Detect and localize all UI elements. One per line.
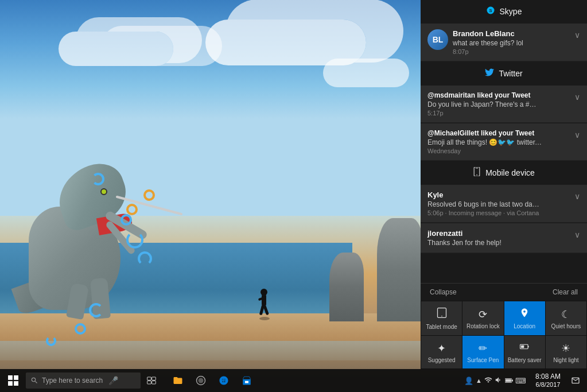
location-icon — [519, 308, 530, 321]
mobile-2-chevron-icon[interactable]: ∨ — [574, 230, 580, 239]
twitter-notification-1[interactable]: @msdmairitan liked your Tweet Do you liv… — [421, 86, 587, 123]
svg-point-4 — [441, 316, 442, 317]
collapse-button[interactable]: Collapse — [427, 287, 459, 297]
location-label: Location — [514, 323, 535, 330]
mobile-1-chevron-icon[interactable]: ∨ — [574, 192, 580, 201]
store-button[interactable] — [236, 369, 258, 392]
suggested-label: Suggested — [428, 357, 456, 364]
twitter-section-header: Twitter — [421, 62, 587, 85]
microphone-icon[interactable]: 🎤 — [108, 376, 118, 385]
edge-button[interactable]: e — [213, 369, 235, 392]
svg-rect-13 — [152, 377, 156, 380]
clear-all-button[interactable]: Clear all — [550, 287, 580, 297]
people-icon[interactable]: 👤 — [464, 377, 473, 385]
swirl-effect — [138, 251, 152, 266]
chain-hook — [143, 189, 155, 201]
twitter-2-sender: @MichaelGillett liked your Tweet — [427, 129, 570, 137]
swirl-effect — [126, 231, 143, 249]
task-view-button[interactable] — [141, 369, 162, 392]
svg-rect-23 — [506, 379, 511, 382]
svg-text:e: e — [222, 377, 225, 383]
surface-pen-button[interactable]: ✏ Surface Pen — [462, 336, 503, 368]
mobile-icon — [473, 167, 481, 178]
quick-actions-grid: Tablet mode ⟳ Rotation lock Location ☾ Q… — [421, 301, 587, 369]
start-button[interactable] — [0, 369, 26, 392]
keyboard-icon[interactable]: ⌨ — [515, 377, 526, 385]
mobile-notification-2[interactable]: jlorenzatti Thanks Jen for the help! ∨ — [421, 223, 587, 253]
rotation-lock-button[interactable]: ⟳ Rotation lock — [462, 301, 503, 335]
surface-pen-label: Surface Pen — [467, 357, 499, 364]
show-hidden-icons-button[interactable]: ▲ — [476, 377, 482, 384]
mobile-notif-2-content: jlorenzatti Thanks Jen for the help! — [427, 229, 570, 247]
svg-rect-20 — [245, 381, 248, 383]
suggested-button[interactable]: ✦ Suggested — [421, 336, 462, 368]
cloud — [323, 59, 409, 87]
svg-rect-6 — [528, 346, 529, 348]
twitter-2-time: Wednesday — [427, 148, 570, 154]
skype-notification[interactable]: BL Brandon LeBlanc what are these gifs? … — [421, 24, 587, 61]
twitter-notif-1-content: @msdmairitan liked your Tweet Do you liv… — [427, 91, 570, 117]
runner-leg — [263, 305, 269, 316]
notification-panel: Skype BL Brandon LeBlanc what are these … — [421, 0, 587, 369]
rock-formation — [329, 253, 364, 321]
action-center-button[interactable] — [566, 369, 585, 392]
mobile-notification-1[interactable]: Kyle Resolved 6 bugs in the last two day… — [421, 185, 587, 223]
svg-rect-10 — [8, 381, 13, 386]
mobile-section-name: Mobile device — [485, 168, 535, 177]
skype-section-name: Skype — [500, 7, 522, 16]
mobile-1-time: 5:06p · Incoming message · via Cortana — [427, 209, 570, 216]
notification-bottom: Collapse Clear all Tablet mode ⟳ Rotatio… — [421, 283, 587, 369]
battery-saver-label: Battery saver — [508, 357, 542, 364]
swirl-effect — [92, 173, 104, 185]
swirl-effect — [89, 303, 103, 317]
suggested-icon: ✦ — [437, 342, 446, 355]
quiet-hours-label: Quiet hours — [551, 323, 581, 330]
battery-icon[interactable] — [505, 377, 513, 385]
taskbar: Type here to search 🎤 e — [0, 369, 587, 392]
location-button[interactable]: Location — [504, 301, 545, 335]
skype-notif-content: Brandon LeBlanc what are these gifs? lol… — [453, 29, 570, 55]
skype-chevron-icon[interactable]: ∨ — [574, 30, 580, 40]
night-light-icon: ☀ — [561, 342, 570, 355]
mobile-notif-1-content: Kyle Resolved 6 bugs in the last two day… — [427, 191, 570, 216]
twitter-1-chevron-icon[interactable]: ∨ — [574, 92, 580, 102]
svg-point-1 — [476, 174, 477, 176]
cloud — [59, 32, 173, 66]
mobile-section-header: Mobile device — [421, 161, 587, 184]
cortana-button[interactable] — [190, 369, 212, 392]
tablet-mode-button[interactable]: Tablet mode — [421, 301, 462, 335]
system-clock[interactable]: 8:08 AM 6/8/2017 — [531, 372, 565, 389]
twitter-notif-2-content: @MichaelGillett liked your Tweet Emoji a… — [427, 129, 570, 154]
night-light-label: Night light — [553, 357, 578, 364]
notification-controls: Collapse Clear all — [421, 284, 587, 301]
swirl-effect — [75, 323, 86, 335]
runner-figure — [258, 289, 270, 317]
skype-icon — [486, 6, 495, 17]
network-icon[interactable] — [484, 376, 492, 386]
rotation-lock-label: Rotation lock — [467, 323, 500, 330]
swirl-effect — [46, 336, 56, 346]
twitter-section-name: Twitter — [499, 69, 522, 78]
skype-sender: Brandon LeBlanc — [453, 29, 570, 38]
file-explorer-button[interactable] — [167, 369, 189, 392]
night-light-button[interactable]: ☀ Night light — [546, 336, 586, 368]
search-placeholder: Type here to search — [42, 377, 103, 385]
svg-rect-11 — [14, 381, 18, 386]
battery-saver-button[interactable]: Battery saver — [504, 336, 545, 368]
quiet-hours-button[interactable]: ☾ Quiet hours — [546, 301, 586, 335]
svg-rect-8 — [8, 375, 13, 380]
twitter-2-chevron-icon[interactable]: ∨ — [574, 130, 580, 139]
twitter-1-time: 5:17p — [427, 110, 570, 117]
svg-rect-2 — [476, 168, 479, 169]
battery-saver-icon — [519, 341, 530, 355]
volume-icon[interactable] — [495, 376, 503, 386]
twitter-notification-2[interactable]: @MichaelGillett liked your Tweet Emoji a… — [421, 123, 587, 161]
svg-point-17 — [199, 378, 204, 383]
svg-rect-12 — [147, 377, 151, 380]
chain-hook — [126, 204, 138, 215]
rock-formation — [377, 218, 423, 321]
dinosaur — [11, 103, 172, 321]
notifications-scroll[interactable]: Skype BL Brandon LeBlanc what are these … — [421, 0, 587, 283]
svg-rect-14 — [147, 381, 151, 384]
search-bar[interactable]: Type here to search 🎤 — [26, 372, 141, 389]
